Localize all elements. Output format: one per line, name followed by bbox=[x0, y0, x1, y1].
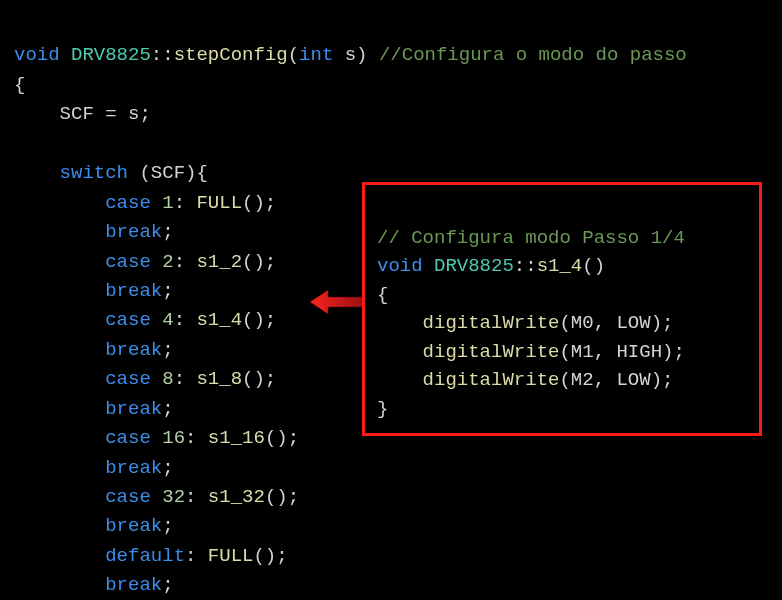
function-name: s1_4 bbox=[537, 255, 583, 277]
keyword-case: case bbox=[105, 368, 151, 390]
indent bbox=[377, 369, 423, 391]
indent bbox=[14, 192, 105, 214]
indent bbox=[14, 309, 105, 331]
colon: : bbox=[185, 545, 208, 567]
paren: () bbox=[582, 255, 605, 277]
brace-close: } bbox=[377, 398, 388, 420]
paren: (); bbox=[265, 427, 299, 449]
indent bbox=[377, 341, 423, 363]
keyword-void: void bbox=[377, 255, 423, 277]
keyword-int: int bbox=[299, 44, 333, 66]
call: s1_8 bbox=[196, 368, 242, 390]
indent bbox=[14, 515, 105, 537]
svg-marker-0 bbox=[310, 290, 362, 314]
brace-open: { bbox=[14, 74, 25, 96]
colon: : bbox=[174, 192, 197, 214]
paren-close: ); bbox=[651, 369, 674, 391]
semi: ; bbox=[162, 221, 173, 243]
semi: ; bbox=[162, 574, 173, 596]
call: FULL bbox=[196, 192, 242, 214]
indent bbox=[14, 427, 105, 449]
number: 1 bbox=[162, 192, 173, 214]
call: s1_16 bbox=[208, 427, 265, 449]
colon: : bbox=[174, 251, 197, 273]
args: (M2, bbox=[559, 369, 616, 391]
paren: (); bbox=[242, 368, 276, 390]
semi: ; bbox=[162, 515, 173, 537]
keyword-void: void bbox=[14, 44, 60, 66]
keyword-case: case bbox=[105, 486, 151, 508]
indent bbox=[14, 221, 105, 243]
semi: ; bbox=[162, 457, 173, 479]
keyword-break: break bbox=[105, 515, 162, 537]
number: 32 bbox=[162, 486, 185, 508]
indent bbox=[14, 486, 105, 508]
indent bbox=[14, 398, 105, 420]
switch-rest: (SCF){ bbox=[128, 162, 208, 184]
colon: : bbox=[185, 427, 208, 449]
paren: (); bbox=[242, 192, 276, 214]
keyword-break: break bbox=[105, 398, 162, 420]
const: HIGH bbox=[616, 341, 662, 363]
indent bbox=[377, 312, 423, 334]
keyword-break: break bbox=[105, 221, 162, 243]
const: LOW bbox=[616, 312, 650, 334]
indent bbox=[14, 574, 105, 596]
scope-op: :: bbox=[151, 44, 174, 66]
semi: ; bbox=[162, 339, 173, 361]
arrow-icon bbox=[310, 290, 362, 314]
paren: (); bbox=[265, 486, 299, 508]
keyword-default: default bbox=[105, 545, 185, 567]
call: FULL bbox=[208, 545, 254, 567]
callout-box: // Configura modo Passo 1/4 void DRV8825… bbox=[362, 182, 762, 436]
call: digitalWrite bbox=[423, 341, 560, 363]
param: s) bbox=[333, 44, 379, 66]
keyword-case: case bbox=[105, 309, 151, 331]
colon: : bbox=[174, 368, 197, 390]
number: 8 bbox=[162, 368, 173, 390]
call: s1_32 bbox=[208, 486, 265, 508]
indent bbox=[14, 545, 105, 567]
keyword-switch: switch bbox=[60, 162, 128, 184]
stmt-assign: SCF = s; bbox=[60, 103, 151, 125]
keyword-break: break bbox=[105, 457, 162, 479]
class-name: DRV8825 bbox=[71, 44, 151, 66]
keyword-break: break bbox=[105, 280, 162, 302]
args: (M0, bbox=[559, 312, 616, 334]
paren: (); bbox=[242, 251, 276, 273]
call: s1_4 bbox=[196, 309, 242, 331]
colon: : bbox=[174, 309, 197, 331]
const: LOW bbox=[616, 369, 650, 391]
indent bbox=[14, 368, 105, 390]
keyword-case: case bbox=[105, 427, 151, 449]
indent bbox=[14, 339, 105, 361]
brace-open: { bbox=[377, 284, 388, 306]
call: s1_2 bbox=[196, 251, 242, 273]
indent bbox=[14, 251, 105, 273]
paren-open: ( bbox=[288, 44, 299, 66]
indent bbox=[14, 162, 60, 184]
keyword-break: break bbox=[105, 339, 162, 361]
indent bbox=[14, 457, 105, 479]
indent bbox=[14, 103, 60, 125]
call: digitalWrite bbox=[423, 369, 560, 391]
function-name: stepConfig bbox=[174, 44, 288, 66]
paren: (); bbox=[242, 309, 276, 331]
semi: ; bbox=[162, 398, 173, 420]
comment: // Configura modo Passo 1/4 bbox=[377, 227, 685, 249]
scope-op: :: bbox=[514, 255, 537, 277]
indent bbox=[14, 280, 105, 302]
paren-close: ); bbox=[651, 312, 674, 334]
paren-close: ); bbox=[662, 341, 685, 363]
keyword-break: break bbox=[105, 574, 162, 596]
colon: : bbox=[185, 486, 208, 508]
call: digitalWrite bbox=[423, 312, 560, 334]
comment: //Configura o modo do passo bbox=[379, 44, 687, 66]
args: (M1, bbox=[559, 341, 616, 363]
number: 4 bbox=[162, 309, 173, 331]
class-name: DRV8825 bbox=[434, 255, 514, 277]
keyword-case: case bbox=[105, 251, 151, 273]
keyword-case: case bbox=[105, 192, 151, 214]
semi: ; bbox=[162, 280, 173, 302]
number: 2 bbox=[162, 251, 173, 273]
